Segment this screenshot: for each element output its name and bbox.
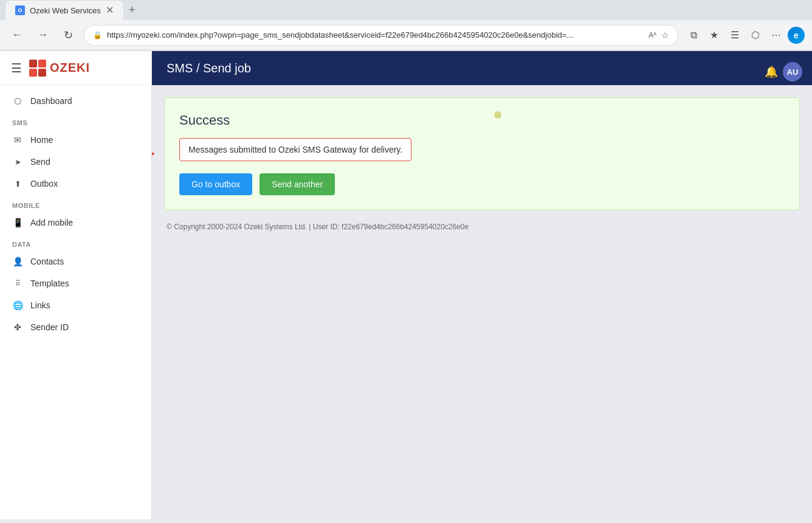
sidebar-item-sender-id[interactable]: ✤ Sender ID [0, 316, 151, 338]
bookmark-icon: ☆ [661, 30, 669, 40]
dashboard-label: Dashboard [30, 96, 72, 106]
more-button[interactable]: ⋯ [767, 26, 785, 44]
links-icon: 🌐 [12, 300, 23, 311]
message-box: Messages submitted to Ozeki SMS Gateway … [179, 138, 411, 161]
contacts-icon: 👤 [12, 256, 23, 267]
logo-cell-3 [29, 69, 37, 77]
footer-text: © Copyright 2000-2024 Ozeki Systems Ltd.… [164, 223, 800, 231]
url-text: https://myozeki.com/index.php?owpn=page_… [107, 30, 644, 40]
ozeki-logo: OZEKI [29, 60, 90, 77]
contacts-label: Contacts [30, 257, 64, 266]
hamburger-button[interactable]: ☰ [10, 60, 23, 77]
logo-cell-2 [38, 60, 46, 68]
message-text: Messages submitted to Ozeki SMS Gateway … [188, 145, 402, 154]
address-input[interactable]: 🔒 https://myozeki.com/index.php?owpn=pag… [84, 25, 678, 46]
home-icon: ✉ [12, 134, 23, 145]
red-arrow [152, 139, 155, 169]
action-buttons: Go to outbox Send another [179, 173, 785, 195]
back-button[interactable]: ← [7, 26, 27, 45]
links-label: Links [30, 300, 50, 310]
extensions-button[interactable]: ⬡ [746, 26, 765, 44]
sidebar-item-send[interactable]: ➤ Send [0, 151, 151, 173]
user-avatar[interactable]: AU [783, 62, 802, 81]
sidebar-item-contacts[interactable]: 👤 Contacts [0, 251, 151, 272]
collections-button[interactable]: ☰ [726, 26, 744, 44]
main-content: 🔔 AU SMS / Send job Success [152, 51, 812, 519]
go-to-outbox-button[interactable]: Go to outbox [179, 173, 252, 195]
success-section: Success Messages submitted to Ozeki SMS … [164, 97, 800, 210]
add-mobile-label: Add mobile [30, 218, 73, 227]
sidebar-header: ☰ OZEKI [0, 51, 151, 85]
logo-cell-4 [38, 69, 46, 77]
send-label: Send [30, 157, 50, 167]
send-icon: ➤ [12, 156, 23, 167]
lock-icon: 🔒 [93, 31, 102, 40]
sidebar-item-add-mobile[interactable]: 📱 Add mobile [0, 212, 151, 234]
content-area: Success Messages submitted to Ozeki SMS … [152, 85, 812, 519]
outbox-icon: ⬆ [12, 178, 23, 189]
templates-icon: ⠿ [12, 278, 23, 289]
sender-id-label: Sender ID [30, 322, 69, 332]
forward-button[interactable]: → [33, 26, 52, 45]
read-mode-icon: Aᴬ [649, 31, 656, 40]
refresh-button[interactable]: ↻ [58, 26, 78, 45]
browser-chrome: O Ozeki Web Services ✕ + ← → ↻ 🔒 https:/… [0, 0, 812, 51]
notification-bell[interactable]: 🔔 [765, 65, 778, 78]
section-label-sms: SMS [0, 112, 151, 129]
templates-label: Templates [30, 279, 69, 288]
tab-bar: O Ozeki Web Services ✕ + [0, 0, 812, 20]
sidebar-item-templates[interactable]: ⠿ Templates [0, 272, 151, 294]
favorites-button[interactable]: ★ [705, 26, 723, 44]
new-tab-button[interactable]: + [124, 1, 140, 19]
sender-id-icon: ✤ [12, 322, 23, 333]
tab-title: Ozeki Web Services [30, 6, 101, 15]
logo-cell-1 [29, 60, 37, 68]
dashboard-icon: ⬡ [12, 95, 23, 106]
logo-text: OZEKI [50, 61, 90, 75]
sidebar-item-outbox[interactable]: ⬆ Outbox [0, 173, 151, 195]
sidebar-item-home[interactable]: ✉ Home [0, 129, 151, 151]
sidebar-item-links[interactable]: 🌐 Links [0, 294, 151, 316]
arrow-head [152, 139, 155, 169]
top-right-controls: 🔔 AU [755, 55, 812, 89]
tab-close-button[interactable]: ✕ [106, 5, 114, 15]
success-title: Success [179, 113, 785, 128]
split-view-button[interactable]: ⧉ [684, 26, 703, 44]
red-arrow-container [152, 139, 155, 169]
sidebar-nav: ⬡ Dashboard SMS ✉ Home ➤ Send ⬆ Outbox M… [0, 85, 151, 343]
sidebar: ☰ OZEKI ⬡ Dashboard SMS ✉ Home [0, 51, 152, 519]
address-bar: ← → ↻ 🔒 https://myozeki.com/index.php?ow… [0, 20, 812, 50]
add-mobile-icon: 📱 [12, 217, 23, 228]
app: ☰ OZEKI ⬡ Dashboard SMS ✉ Home [0, 51, 812, 519]
logo-grid [29, 60, 46, 77]
section-label-data: Data [0, 234, 151, 251]
active-tab[interactable]: O Ozeki Web Services ✕ [5, 0, 124, 20]
section-label-mobile: Mobile [0, 195, 151, 212]
send-another-button[interactable]: Send another [260, 173, 335, 195]
page-title: SMS / Send job [167, 61, 251, 75]
page-header: SMS / Send job [152, 51, 812, 85]
home-label: Home [30, 135, 53, 145]
sidebar-item-dashboard[interactable]: ⬡ Dashboard [0, 90, 151, 112]
edge-icon: e [788, 27, 805, 44]
tab-favicon: O [15, 5, 25, 15]
outbox-label: Outbox [30, 179, 58, 189]
toolbar-icons: ⧉ ★ ☰ ⬡ ⋯ e [684, 26, 805, 44]
success-card: Success Messages submitted to Ozeki SMS … [164, 97, 800, 210]
